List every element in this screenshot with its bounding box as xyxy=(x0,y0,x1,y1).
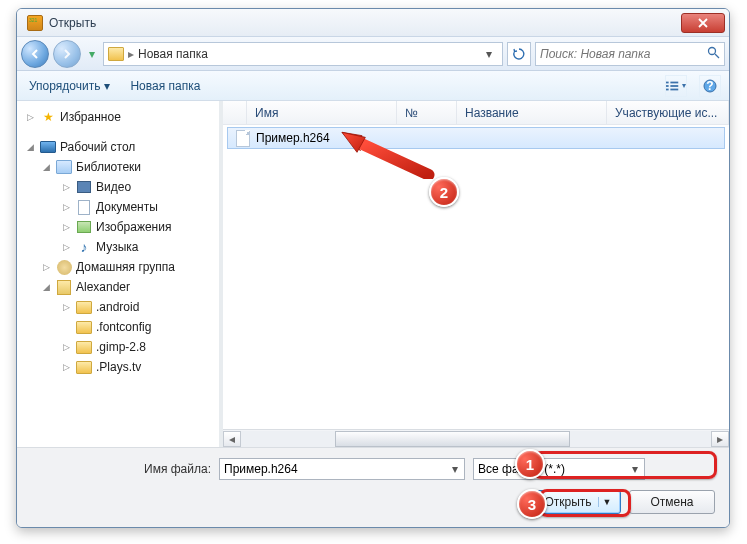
libraries-icon xyxy=(56,160,72,174)
close-button[interactable] xyxy=(681,13,725,33)
scroll-left-button[interactable]: ◂ xyxy=(223,431,241,447)
dialog-body: ▷★Избранное ◢Рабочий стол ◢Библиотеки ▷В… xyxy=(17,101,729,447)
search-box[interactable] xyxy=(535,42,725,66)
scroll-track[interactable] xyxy=(241,431,711,447)
app-icon xyxy=(27,15,43,31)
col-name[interactable]: Имя xyxy=(247,101,397,124)
sidebar-images[interactable]: ▷Изображения xyxy=(17,217,222,237)
help-button[interactable]: ? xyxy=(699,75,721,97)
sidebar-video[interactable]: ▷Видео xyxy=(17,177,222,197)
svg-rect-6 xyxy=(670,88,678,90)
homegroup-icon xyxy=(57,260,72,275)
breadcrumb-dropdown[interactable]: ▾ xyxy=(480,47,498,61)
sidebar-music[interactable]: ▷♪Музыка xyxy=(17,237,222,257)
chevron-down-icon[interactable]: ▾ xyxy=(450,462,460,476)
filetype-combo[interactable]: Все файлы (*.*) ▾ xyxy=(473,458,645,480)
filename-combo[interactable]: Пример.h264 ▾ xyxy=(219,458,465,480)
scroll-thumb[interactable] xyxy=(335,431,570,447)
help-icon: ? xyxy=(703,79,717,93)
svg-text:?: ? xyxy=(706,79,713,93)
file-icon xyxy=(236,130,250,147)
col-num[interactable]: № xyxy=(397,101,457,124)
folder-icon xyxy=(76,321,92,334)
file-name: Пример.h264 xyxy=(256,131,330,145)
window-title: Открыть xyxy=(49,16,681,30)
breadcrumb[interactable]: ▸ Новая папка ▾ xyxy=(103,42,503,66)
folder-icon xyxy=(76,341,92,354)
chevron-down-icon: ▾ xyxy=(104,79,110,93)
file-row[interactable]: Пример.h264 xyxy=(227,127,725,149)
sidebar-favorites[interactable]: ▷★Избранное xyxy=(17,107,222,127)
refresh-button[interactable] xyxy=(507,42,531,66)
svg-point-0 xyxy=(709,47,716,54)
col-spacer xyxy=(223,101,247,124)
sidebar-folder[interactable]: ▷.android xyxy=(17,297,222,317)
filename-label: Имя файла: xyxy=(31,462,211,476)
view-icon xyxy=(666,80,680,92)
svg-rect-4 xyxy=(670,81,678,83)
organize-button[interactable]: Упорядочить ▾ xyxy=(25,77,114,95)
chevron-down-icon[interactable]: ▾ xyxy=(630,462,640,476)
folder-icon xyxy=(76,361,92,374)
music-icon: ♪ xyxy=(76,239,92,255)
file-listing[interactable]: Пример.h264 xyxy=(223,125,729,429)
view-button[interactable]: ▾ xyxy=(665,75,687,97)
image-icon xyxy=(77,221,91,233)
sidebar-documents[interactable]: ▷Документы xyxy=(17,197,222,217)
chevron-right-icon: ▸ xyxy=(128,47,134,61)
sidebar-folder[interactable]: .fontconfig xyxy=(17,317,222,337)
sidebar: ▷★Избранное ◢Рабочий стол ◢Библиотеки ▷В… xyxy=(17,101,223,447)
toolbar: Упорядочить ▾ Новая папка ▾ ? xyxy=(17,71,729,101)
star-icon: ★ xyxy=(40,109,56,125)
filename-value: Пример.h264 xyxy=(224,462,298,476)
bottom-panel: Имя файла: Пример.h264 ▾ Все файлы (*.*)… xyxy=(17,447,729,527)
sidebar-user[interactable]: ◢Alexander xyxy=(17,277,222,297)
film-icon xyxy=(77,181,91,193)
sidebar-desktop[interactable]: ◢Рабочий стол xyxy=(17,137,222,157)
horizontal-scrollbar[interactable]: ◂ ▸ xyxy=(223,429,729,447)
col-title[interactable]: Название xyxy=(457,101,607,124)
refresh-icon xyxy=(512,47,526,61)
file-pane: Имя № Название Участвующие ис... Пример.… xyxy=(223,101,729,447)
svg-rect-3 xyxy=(666,88,669,90)
forward-button[interactable] xyxy=(53,40,81,68)
sidebar-libraries[interactable]: ◢Библиотеки xyxy=(17,157,222,177)
arrow-right-icon xyxy=(61,48,73,60)
monitor-icon xyxy=(40,141,56,153)
arrow-left-icon xyxy=(29,48,41,60)
scroll-right-button[interactable]: ▸ xyxy=(711,431,729,447)
sidebar-folder[interactable]: ▷.gimp-2.8 xyxy=(17,337,222,357)
close-icon xyxy=(698,18,708,28)
svg-rect-1 xyxy=(666,81,669,83)
new-folder-button[interactable]: Новая папка xyxy=(126,77,204,95)
svg-rect-2 xyxy=(666,85,669,87)
split-dropdown-icon[interactable]: ▼ xyxy=(598,497,612,507)
titlebar: Открыть xyxy=(17,9,729,37)
search-icon xyxy=(707,46,720,62)
open-button[interactable]: Открыть ▼ xyxy=(535,490,621,514)
navbar: ▾ ▸ Новая папка ▾ xyxy=(17,37,729,71)
user-icon xyxy=(57,280,71,295)
filetype-value: Все файлы (*.*) xyxy=(478,462,565,476)
sidebar-homegroup[interactable]: ▷Домашняя группа xyxy=(17,257,222,277)
folder-icon xyxy=(108,47,124,61)
folder-icon xyxy=(76,301,92,314)
back-button[interactable] xyxy=(21,40,49,68)
nav-history-dropdown[interactable]: ▾ xyxy=(85,42,99,66)
search-input[interactable] xyxy=(540,47,707,61)
document-icon xyxy=(78,200,90,215)
svg-rect-5 xyxy=(670,85,678,87)
breadcrumb-text: Новая папка xyxy=(138,47,208,61)
sidebar-folder[interactable]: ▷.Plays.tv xyxy=(17,357,222,377)
chevron-down-icon: ▾ xyxy=(682,81,686,90)
open-file-dialog: Открыть ▾ ▸ Новая папка ▾ Уп xyxy=(16,8,730,528)
col-participants[interactable]: Участвующие ис... xyxy=(607,101,729,124)
column-headers: Имя № Название Участвующие ис... xyxy=(223,101,729,125)
cancel-button[interactable]: Отмена xyxy=(629,490,715,514)
